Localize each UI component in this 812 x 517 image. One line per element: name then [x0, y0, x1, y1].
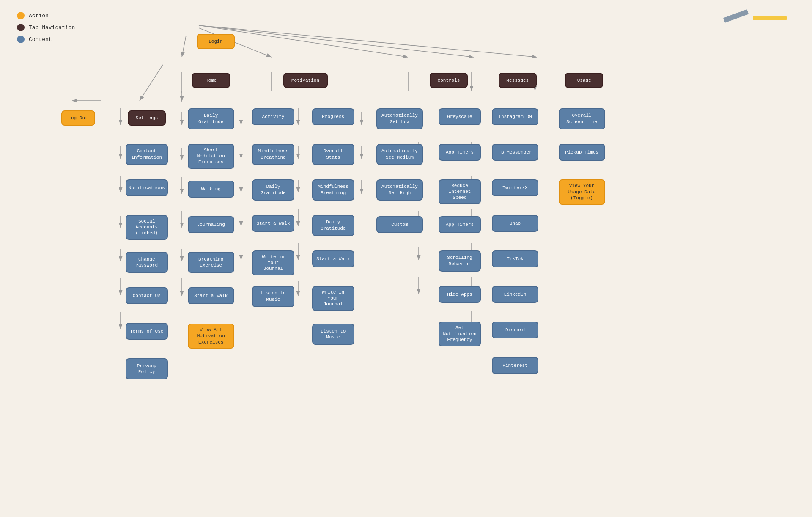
svg-line-5 — [199, 25, 537, 57]
node-motivation_daily_gratitude: Daily Gratitude — [252, 179, 294, 201]
node-motivation_listen_music2: Listen to Music — [312, 324, 354, 345]
bar-decoration — [753, 16, 787, 20]
node-controls_app_timers1: App Timers — [439, 144, 481, 161]
node-motivation_listen_music: Listen to Music — [252, 286, 294, 307]
node-motivation_mindfulness1: Mindfulness Breathing — [252, 144, 294, 165]
node-messages_tiktok: TikTok — [492, 250, 538, 267]
legend: Action Tab Navigation Content — [17, 12, 75, 43]
node-messages_instagram: Instagram DM — [492, 108, 538, 125]
node-settings: Settings — [128, 110, 166, 126]
node-home_journaling: Journaling — [188, 216, 234, 233]
node-messages_twitter: Twitter/X — [492, 179, 538, 196]
node-usage_screen_time: Overall Screen time — [559, 108, 605, 129]
node-messages_discord: Discord — [492, 322, 538, 338]
node-motivation_daily_gratitude2: Daily Gratitude — [312, 215, 354, 236]
legend-tab-label: Tab Navigation — [29, 25, 75, 31]
node-controls_auto_low: Automatically Set Low — [376, 108, 423, 129]
svg-line-1 — [182, 36, 186, 57]
node-usage: Usage — [565, 73, 603, 88]
legend-action-label: Action — [29, 13, 49, 19]
node-controls_app_timers2: App Timers — [439, 216, 481, 233]
legend-tab: Tab Navigation — [17, 24, 75, 31]
node-home_walking: Walking — [188, 181, 234, 198]
node-settings_social: Social Accounts (linked) — [126, 215, 168, 240]
node-home_view_all[interactable]: View All Motivation Exercises — [188, 324, 234, 349]
node-motivation_progress: Progress — [312, 108, 354, 125]
node-controls_scrolling: Scrolling Behavior — [439, 250, 481, 272]
tab-icon — [17, 24, 25, 31]
node-usage_pickup_times: Pickup Times — [559, 144, 605, 161]
node-controls_custom: Custom — [376, 216, 423, 233]
legend-content: Content — [17, 36, 75, 43]
node-motivation_write_journal: Write in Your Journal — [252, 250, 294, 275]
node-motivation_overall_stats: Overall Stats — [312, 144, 354, 165]
node-settings_notifications: Notifications — [126, 179, 168, 196]
node-controls_auto_high: Automatically Set High — [376, 179, 423, 201]
decoration-top-right — [723, 12, 787, 20]
svg-line-4 — [199, 25, 474, 57]
node-home_short_meditation: Short Meditation Exercises — [188, 144, 234, 169]
node-controls_auto_medium: Automatically Set Medium — [376, 144, 423, 165]
connectors-svg — [0, 0, 812, 517]
legend-action: Action — [17, 12, 75, 19]
node-messages_fb: FB Messenger — [492, 144, 538, 161]
node-motivation_activity: Activity — [252, 108, 294, 125]
legend-content-label: Content — [29, 36, 52, 43]
node-messages_snap: Snap — [492, 215, 538, 232]
node-settings_privacy: Privacy Policy — [126, 358, 168, 380]
node-usage_view_data[interactable]: View Your Usage Data (Toggle) — [559, 179, 605, 205]
node-controls_reduce_internet: Reduce Internet Speed — [439, 179, 481, 204]
svg-line-6 — [140, 65, 163, 101]
node-messages_pinterest: Pinterest — [492, 357, 538, 374]
node-controls_hide_apps: Hide Apps — [439, 286, 481, 303]
node-controls_greyscale: Greyscale — [439, 108, 481, 125]
content-icon — [17, 36, 25, 43]
node-home_breathing: Breathing Exercise — [188, 252, 234, 273]
node-motivation_start_walk2: Start a Walk — [312, 250, 354, 267]
node-motivation_write_journal2: Write in Your Journal — [312, 286, 354, 311]
node-messages_linkedin: LinkedIn — [492, 286, 538, 303]
node-motivation: Motivation — [283, 73, 328, 88]
node-controls: Controls — [430, 73, 468, 88]
node-controls_set_notif: Set Notification Frequency — [439, 322, 481, 346]
node-home: Home — [192, 73, 230, 88]
node-messages: Messages — [499, 73, 537, 88]
node-home_daily_gratitude: Daily Gratitude — [188, 108, 234, 129]
node-settings_contact_info: Contact Information — [126, 144, 168, 165]
action-icon — [17, 12, 25, 19]
pencil-decoration — [723, 9, 749, 23]
node-home_start_walk: Start a Walk — [188, 287, 234, 304]
node-motivation_mindfulness2: Mindfulness Breathing — [312, 179, 354, 201]
node-logout[interactable]: Log Out — [61, 110, 95, 126]
node-settings_contact_us: Contact Us — [126, 287, 168, 304]
node-motivation_start_walk: Start a Walk — [252, 215, 294, 232]
node-settings_change_pw: Change Password — [126, 252, 168, 273]
node-settings_terms: Terms of Use — [126, 323, 168, 340]
node-login[interactable]: Login — [197, 34, 235, 49]
